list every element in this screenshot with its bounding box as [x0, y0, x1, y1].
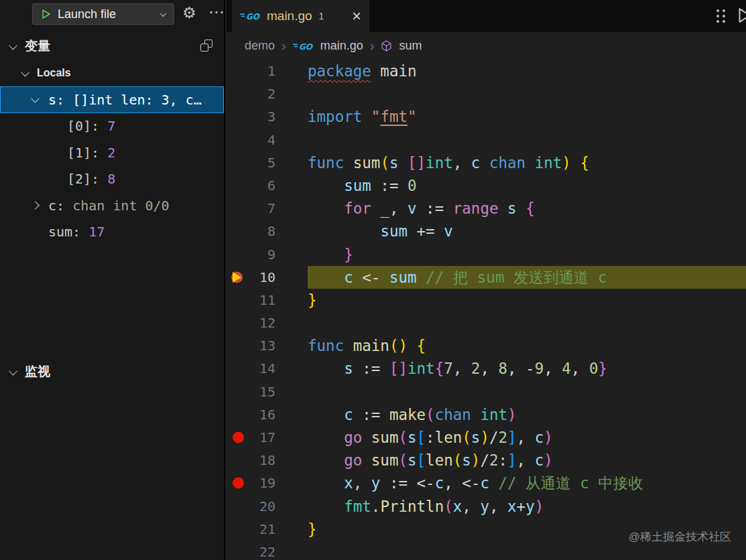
- line-number[interactable]: 1: [267, 60, 275, 82]
- code-text: }: [308, 243, 746, 266]
- line-number[interactable]: 16: [259, 403, 275, 426]
- variable-row[interactable]: s: []int len: 3, c…: [0, 86, 224, 113]
- gutter[interactable]: 5: [227, 151, 308, 174]
- line-number[interactable]: 15: [259, 380, 275, 403]
- line-number[interactable]: 6: [267, 174, 275, 197]
- locals-scope-header[interactable]: Locals: [0, 63, 224, 83]
- code-line[interactable]: 12: [227, 311, 746, 334]
- line-number[interactable]: 22: [259, 541, 275, 560]
- variable-value: 8: [107, 171, 115, 187]
- chevron-down-icon: [21, 68, 29, 76]
- variable-row[interactable]: [2]: 8: [0, 166, 224, 193]
- gutter[interactable]: 20: [227, 495, 308, 518]
- gutter[interactable]: 14: [227, 357, 308, 380]
- code-line[interactable]: 15: [227, 380, 746, 403]
- breakpoint-icon[interactable]: [233, 478, 244, 489]
- line-number[interactable]: 19: [259, 472, 275, 494]
- start-debugging-icon[interactable]: [41, 9, 51, 19]
- variable-row[interactable]: [1]: 2: [0, 139, 224, 166]
- line-number[interactable]: 12: [259, 311, 275, 334]
- gutter[interactable]: 16: [227, 403, 308, 426]
- gutter[interactable]: 15: [227, 380, 308, 403]
- code-line[interactable]: 2: [227, 82, 746, 105]
- gutter[interactable]: 12: [227, 311, 308, 334]
- line-number[interactable]: 7: [267, 197, 275, 220]
- breadcrumb-file[interactable]: main.go: [320, 39, 363, 53]
- chevron-down-icon[interactable]: [31, 94, 40, 103]
- gutter[interactable]: 7: [227, 197, 308, 220]
- line-number[interactable]: 13: [259, 334, 275, 357]
- code-line[interactable]: 13func main() {: [227, 334, 746, 357]
- more-actions-icon[interactable]: ⋯: [208, 3, 225, 21]
- breadcrumb-symbol[interactable]: sum: [399, 39, 422, 53]
- line-number[interactable]: 9: [267, 243, 275, 266]
- gutter[interactable]: 1: [227, 60, 308, 82]
- line-number[interactable]: 20: [259, 495, 275, 518]
- variable-value: 7: [107, 118, 115, 134]
- variable-name: [1]:: [67, 145, 107, 161]
- gutter[interactable]: 19: [227, 472, 308, 494]
- breadcrumb-folder[interactable]: demo: [245, 39, 275, 53]
- variable-name: c:: [48, 198, 72, 214]
- line-number[interactable]: 11: [259, 289, 275, 311]
- code-area[interactable]: 1package main23import "fmt"45func sum(s …: [227, 60, 746, 560]
- gutter[interactable]: 9: [227, 243, 308, 266]
- code-line[interactable]: 14 s := []int{7, 2, 8, -9, 4, 0}: [227, 357, 746, 380]
- line-number[interactable]: 5: [267, 151, 275, 174]
- gear-icon[interactable]: ⚙: [182, 4, 196, 21]
- chevron-down-icon: [9, 366, 17, 375]
- line-number[interactable]: 4: [267, 129, 275, 151]
- variables-section-header[interactable]: 变量: [0, 36, 224, 56]
- code-line[interactable]: 17 go sum(s[:len(s)/2], c): [227, 426, 746, 449]
- code-line[interactable]: 11}: [227, 289, 746, 311]
- gutter[interactable]: 8: [227, 220, 308, 242]
- code-line[interactable]: 8 sum += v: [227, 220, 746, 242]
- close-icon[interactable]: ×: [352, 8, 361, 24]
- line-number[interactable]: 21: [259, 518, 275, 541]
- line-number[interactable]: 10: [259, 266, 275, 289]
- tab-main-go[interactable]: GO main.go 1 ×: [232, 0, 369, 32]
- code-line[interactable]: 16 c := make(chan int): [227, 403, 746, 426]
- launch-config-button[interactable]: Launch file: [32, 3, 174, 25]
- code-line[interactable]: 7 for _, v := range s {: [227, 197, 746, 220]
- code-line[interactable]: 20 fmt.Println(x, y, x+y): [227, 495, 746, 518]
- variable-row[interactable]: sum: 17: [0, 219, 224, 246]
- gutter[interactable]: 2: [227, 82, 308, 105]
- code-line[interactable]: 3import "fmt": [227, 105, 746, 128]
- gutter[interactable]: 21: [227, 518, 308, 541]
- tab-label: main.go: [267, 9, 312, 23]
- code-line[interactable]: 19 x, y := <-c, <-c // 从通道 c 中接收: [227, 472, 746, 494]
- gutter[interactable]: 10: [227, 266, 308, 289]
- line-number[interactable]: 18: [259, 449, 275, 472]
- line-number[interactable]: 3: [267, 105, 275, 128]
- gutter[interactable]: 18: [227, 449, 308, 472]
- code-line[interactable]: 10 c <- sum // 把 sum 发送到通道 c: [227, 266, 746, 289]
- code-line[interactable]: 6 sum := 0: [227, 174, 746, 197]
- line-number[interactable]: 14: [259, 357, 275, 380]
- chevron-right-icon[interactable]: [31, 201, 40, 210]
- code-line[interactable]: 18 go sum(s[len(s)/2:], c): [227, 449, 746, 472]
- line-number[interactable]: 17: [259, 426, 275, 449]
- layout-grid-icon[interactable]: [717, 9, 719, 12]
- watch-section-header[interactable]: 监视: [0, 362, 224, 382]
- variable-row[interactable]: c: chan int 0/0: [0, 192, 224, 219]
- gutter[interactable]: 11: [227, 289, 308, 311]
- variable-row[interactable]: [0]: 7: [0, 113, 224, 140]
- code-text: for _, v := range s {: [308, 197, 746, 220]
- copy-icon[interactable]: [200, 40, 212, 52]
- gutter[interactable]: 3: [227, 105, 308, 128]
- gutter[interactable]: 4: [227, 129, 308, 151]
- code-line[interactable]: 9 }: [227, 243, 746, 266]
- line-number[interactable]: 8: [267, 220, 275, 242]
- gutter[interactable]: 6: [227, 174, 308, 197]
- code-line[interactable]: 1package main: [227, 60, 746, 82]
- gutter[interactable]: 22: [227, 541, 308, 560]
- gutter[interactable]: 13: [227, 334, 308, 357]
- run-icon[interactable]: [735, 7, 746, 24]
- code-text: package main: [308, 60, 746, 82]
- code-line[interactable]: 4: [227, 129, 746, 151]
- gutter[interactable]: 17: [227, 426, 308, 449]
- code-line[interactable]: 5func sum(s []int, c chan int) {: [227, 151, 746, 174]
- line-number[interactable]: 2: [267, 82, 275, 105]
- breakpoint-icon[interactable]: [233, 432, 244, 443]
